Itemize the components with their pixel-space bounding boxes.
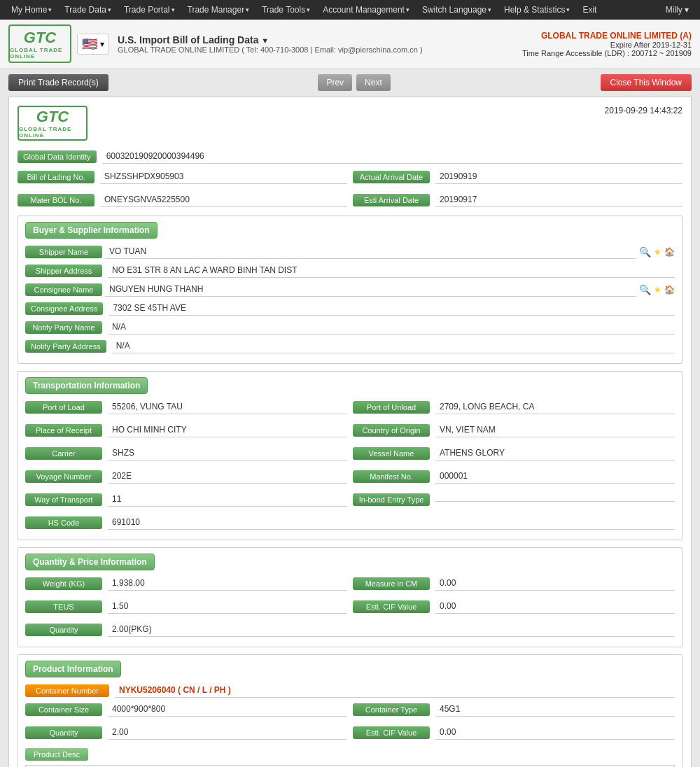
mater-bol-label: Mater BOL No.	[18, 194, 94, 206]
teus-value: 1.50	[108, 599, 347, 614]
shipper-search-icon[interactable]: 🔍	[639, 246, 651, 258]
country-of-origin-label: Country of Origin	[353, 424, 430, 437]
hs-code-value: 691010	[108, 515, 675, 530]
voyage-number-row: Voyage Number 202E	[25, 469, 347, 484]
transportation-header: Transportation Information	[25, 377, 675, 400]
flag-selector[interactable]: 🇺🇸 ▾	[77, 34, 109, 55]
shipper-address-label: Shipper Address	[25, 265, 102, 277]
logo-area: GTC GLOBAL TRADE ONLINE 🇺🇸 ▾	[8, 24, 109, 63]
manifest-no-row: Manifest No. 000001	[353, 469, 675, 484]
global-data-identity-value: 600320190920000394496	[102, 149, 682, 164]
nav-arrow-icon: ▾	[108, 6, 111, 13]
global-data-identity-label: Global Data Identity	[18, 150, 97, 163]
port-of-load-row: Port of Load 55206, VUNG TAU	[25, 400, 347, 414]
prod-cif-label: Esti. CIF Value	[353, 726, 430, 739]
nav-arrow-icon: ▾	[48, 6, 52, 13]
prod-qty-label: Quantity	[25, 726, 102, 739]
place-of-receipt-value: HO CHI MINH CITY	[108, 423, 347, 437]
carrier-value: SHZS	[108, 446, 347, 460]
nav-arrow-icon: ▾	[566, 6, 570, 13]
nav-trade-data[interactable]: Trade Data ▾	[59, 2, 117, 17]
doc-logo: GTC GLOBAL TRADE ONLINE	[18, 106, 88, 141]
shipper-star-icon[interactable]: ★	[654, 247, 662, 257]
vessel-name-label: Vessel Name	[353, 447, 430, 460]
carrier-label: Carrier	[25, 447, 102, 460]
nav-arrow-icon: ▾	[406, 6, 410, 13]
product-info-header: Product Information	[25, 661, 675, 683]
consignee-search-icon[interactable]: 🔍	[639, 284, 651, 295]
nav-trade-manager[interactable]: Trade Manager ▾	[182, 2, 255, 17]
esti-cif-value: 0.00	[435, 599, 675, 614]
company-logo: GTC GLOBAL TRADE ONLINE	[8, 24, 71, 63]
teus-label: TEUS	[25, 600, 102, 613]
nav-exit[interactable]: Exit	[577, 2, 602, 17]
actual-arrival-value: 20190919	[435, 169, 682, 184]
nav-trade-portal[interactable]: Trade Portal ▾	[118, 2, 181, 17]
consignee-address-value: 7302 SE 45TH AVE	[108, 301, 675, 316]
consignee-name-row: Consignee Name NGUYEN HUNG THANH 🔍 ★ 🏠	[25, 282, 675, 297]
place-country-row: Place of Receipt HO CHI MINH CITY Countr…	[25, 423, 675, 442]
carrier-row: Carrier SHZS	[25, 446, 347, 460]
next-button-top[interactable]: Next	[356, 74, 391, 91]
weight-value: 1,938.00	[108, 576, 347, 591]
nav-trade-tools[interactable]: Trade Tools ▾	[256, 2, 316, 17]
esti-arrival-value: 20190917	[435, 192, 682, 207]
nav-switch-language[interactable]: Switch Language ▾	[416, 2, 497, 17]
bol-no-value: SHZSSHPDX905903	[100, 169, 347, 184]
transportation-section: Transportation Information Port of Load …	[18, 371, 682, 540]
product-desc-section: Product Desc	[25, 748, 675, 761]
nav-arrow-icon: ▾	[172, 6, 175, 13]
close-button-top[interactable]: Close This Window	[601, 74, 692, 91]
actual-arrival-row: Actual Arrival Date 20190919	[353, 169, 682, 184]
shipper-home-icon[interactable]: 🏠	[664, 247, 675, 257]
weight-measure-row: Weight (KG) 1,938.00 Measure in CM 0.00	[25, 576, 675, 595]
product-desc-label: Product Desc	[25, 748, 88, 761]
carrier-vessel-row: Carrier SHZS Vessel Name ATHENS GLORY	[25, 446, 675, 465]
port-of-load-value: 55206, VUNG TAU	[108, 400, 347, 414]
actual-arrival-label: Actual Arrival Date	[353, 171, 430, 183]
nav-my-home[interactable]: My Home ▾	[6, 2, 57, 17]
port-of-unload-value: 2709, LONG BEACH, CA	[435, 400, 675, 414]
flag-icon: 🇺🇸	[82, 36, 97, 52]
print-button-top[interactable]: Print Trade Record(s)	[8, 74, 108, 91]
way-of-transport-label: Way of Transport	[25, 493, 102, 506]
shipper-address-value: NO E31 STR 8 AN LAC A WARD BINH TAN DIST	[108, 263, 675, 278]
bol-no-label: Bill of Lading No.	[18, 171, 94, 183]
nav-arrow-icon: ▾	[488, 6, 491, 13]
place-of-receipt-row: Place of Receipt HO CHI MINH CITY	[25, 423, 347, 437]
inbond-entry-type-row: In-bond Entry Type	[353, 492, 675, 507]
consignee-name-value: NGUYEN HUNG THANH	[105, 282, 636, 297]
product-info-section: Product Information Container Number NYK…	[18, 654, 682, 767]
consignee-star-icon[interactable]: ★	[654, 285, 662, 295]
prod-cif-row: Esti. CIF Value 0.00	[353, 725, 675, 740]
container-size-label: Container Size	[25, 703, 102, 716]
action-bar-top: Print Trade Record(s) Prev Next Close Th…	[0, 69, 700, 97]
consignee-name-label: Consignee Name	[25, 283, 102, 296]
mater-bol-no-row: Mater BOL No. ONEYSGNVA5225500	[18, 192, 347, 207]
way-of-transport-row: Way of Transport 11	[25, 492, 347, 507]
port-row: Port of Load 55206, VUNG TAU Port of Unl…	[25, 400, 675, 418]
nav-help-statistics[interactable]: Help & Statistics ▾	[498, 2, 575, 17]
consignee-home-icon[interactable]: 🏠	[664, 285, 675, 295]
container-size-value: 4000*900*800	[108, 702, 347, 717]
nav-account-management[interactable]: Account Management ▾	[317, 2, 415, 17]
nav-user[interactable]: Milly ▾	[660, 2, 694, 17]
prod-cif-value: 0.00	[435, 725, 675, 740]
dropdown-arrow-icon: ▾	[100, 39, 104, 49]
esti-arrival-label: Esti Arrival Date	[353, 194, 430, 206]
shipper-name-row: Shipper Name VO TUAN 🔍 ★ 🏠	[25, 244, 675, 259]
voyage-manifest-row: Voyage Number 202E Manifest No. 000001	[25, 469, 675, 488]
container-number-value: NYKU5206040 ( CN / L / PH )	[115, 683, 675, 698]
title-arrow-icon[interactable]: ▼	[261, 36, 269, 45]
esti-cif-row: Esti. CIF Value 0.00	[353, 599, 675, 614]
port-of-unload-row: Port of Unload 2709, LONG BEACH, CA	[353, 400, 675, 414]
esti-arrival-row: Esti Arrival Date 20190917	[353, 192, 682, 207]
account-bar: GTC GLOBAL TRADE ONLINE 🇺🇸 ▾ U.S. Import…	[0, 20, 700, 69]
measure-label: Measure in CM	[353, 577, 430, 590]
doc-timestamp: 2019-09-29 14:43:22	[605, 106, 682, 115]
notify-party-name-label: Notify Party Name	[25, 321, 102, 334]
notify-party-name-value: N/A	[108, 320, 675, 335]
prev-button-top[interactable]: Prev	[318, 74, 352, 91]
country-of-origin-value: VN, VIET NAM	[435, 423, 675, 437]
inbond-entry-type-label: In-bond Entry Type	[353, 493, 430, 506]
